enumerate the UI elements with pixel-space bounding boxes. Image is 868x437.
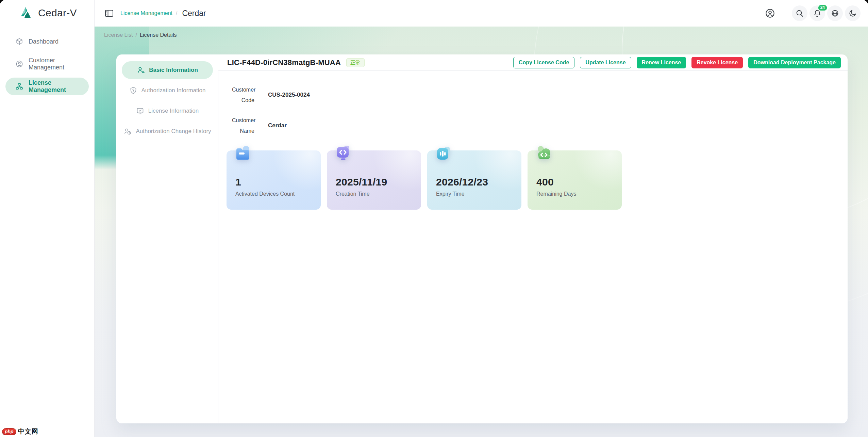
page-breadcrumb: License List/License Details (104, 32, 177, 38)
search-button[interactable] (792, 5, 807, 21)
license-detail-card: Basic Information Authorization Informat… (116, 54, 848, 423)
breadcrumb-current: Cerdar (182, 9, 206, 18)
shield-question-icon (129, 86, 137, 95)
revoke-license-button[interactable]: Revoke License (691, 57, 743, 68)
user-history-icon (123, 127, 132, 135)
folder-minus-icon (235, 146, 251, 162)
customer-name-field: Customer Name Cerdar (232, 115, 848, 136)
globe-icon (831, 9, 839, 17)
sidebar-nav: Dashboard Customer Management (0, 33, 94, 100)
watermark-text: 中文网 (18, 427, 38, 436)
tab-authorization-change-history[interactable]: Authorization Change History (122, 123, 213, 140)
license-header: LIC-F44D-0irCN38matgB-MUAA 正常 Copy Licen… (218, 54, 848, 71)
update-license-button[interactable]: Update License (580, 57, 631, 68)
breadcrumb-separator: / (176, 10, 177, 16)
user-circle-icon (765, 9, 775, 18)
cube-icon (16, 38, 23, 45)
tab-authorization-information[interactable]: Authorization Information (122, 82, 213, 99)
watermark: php 中文网 (2, 427, 38, 436)
breadcrumb-parent[interactable]: License List (104, 32, 133, 38)
renew-license-button[interactable]: Renew License (637, 57, 686, 68)
customer-name-value: Cerdar (268, 122, 287, 129)
customer-code-field: Customer Code CUS-2025-0024 (232, 84, 848, 106)
breadcrumb-section-link[interactable]: License Management (120, 10, 172, 16)
sitemap-icon (16, 83, 23, 90)
language-button[interactable] (827, 5, 843, 21)
stat-label: Expiry Time (436, 191, 521, 197)
license-code-title: LIC-F44D-0irCN38matgB-MUAA (227, 58, 341, 67)
stat-cards-row: 1 Activated Devices Count (227, 150, 848, 210)
sidebar-item-label: Dashboard (29, 38, 59, 45)
search-icon (796, 9, 804, 17)
sidebar-toggle-icon[interactable] (105, 9, 114, 17)
sidebar-item-label: License Management (29, 79, 89, 94)
stat-card-creation-time: 2025/11/19 Creation Time (327, 150, 421, 210)
license-actions: Copy License Code Update License Renew L… (513, 57, 841, 68)
audio-bars-icon (435, 146, 452, 162)
content-area: License List/License Details Basic Infor… (95, 27, 868, 437)
download-deployment-package-button[interactable]: Download Deployment Package (748, 57, 841, 68)
app-window: Cedar-V Dashboard Cu (0, 0, 868, 437)
stat-label: Creation Time (336, 191, 421, 197)
notifications-wrapper: 24 (809, 5, 825, 21)
top-header: License Management / Cerdar (95, 0, 868, 27)
monitor-check-icon (136, 107, 144, 115)
php-badge: php (2, 428, 16, 435)
copy-license-code-button[interactable]: Copy License Code (513, 57, 574, 68)
stat-label: Remaining Days (536, 191, 622, 197)
tab-basic-information[interactable]: Basic Information (122, 61, 213, 79)
tab-label: License Information (148, 108, 199, 114)
moon-icon (849, 9, 857, 17)
notification-count-badge: 24 (818, 4, 828, 11)
field-label: Customer Code (232, 84, 254, 106)
tab-license-information[interactable]: License Information (122, 102, 213, 120)
app-logo: Cedar-V (18, 5, 77, 20)
detail-main-pane: LIC-F44D-0irCN38matgB-MUAA 正常 Copy Licen… (218, 54, 848, 423)
stat-label: Activated Devices Count (235, 191, 321, 197)
status-badge: 正常 (346, 58, 365, 67)
tab-label: Basic Information (149, 67, 198, 74)
app-title: Cedar-V (38, 7, 77, 19)
breadcrumb-current: License Details (140, 32, 177, 38)
monitor-code-icon (335, 146, 351, 162)
sidebar: Cedar-V Dashboard Cu (0, 0, 95, 437)
cloud-code-icon (536, 146, 552, 162)
sidebar-item-license-management[interactable]: License Management (5, 78, 89, 95)
header-actions: 24 (762, 5, 861, 21)
breadcrumb-separator: / (136, 32, 137, 38)
basic-information-content: Customer Code CUS-2025-0024 Customer Nam… (218, 71, 848, 210)
user-icon (16, 60, 23, 68)
header-divider (785, 8, 785, 18)
sidebar-item-dashboard[interactable]: Dashboard (5, 33, 89, 50)
sidebar-item-label: Customer Management (29, 57, 89, 71)
stat-card-activated-devices: 1 Activated Devices Count (227, 150, 321, 210)
user-avatar-button[interactable] (762, 5, 778, 21)
stat-card-remaining-days: 400 Remaining Days (528, 150, 622, 210)
user-card-icon (137, 66, 145, 74)
sidebar-item-customer-management[interactable]: Customer Management (5, 55, 89, 73)
cedar-logo-icon (18, 5, 33, 20)
tab-label: Authorization Information (141, 87, 206, 94)
dark-mode-button[interactable] (845, 5, 861, 21)
field-label: Customer Name (232, 115, 254, 136)
stat-card-expiry-time: 2026/12/23 Expiry Time (427, 150, 521, 210)
tab-label: Authorization Change History (136, 128, 211, 135)
customer-code-value: CUS-2025-0024 (268, 92, 310, 98)
detail-tabs-panel: Basic Information Authorization Informat… (116, 54, 218, 423)
